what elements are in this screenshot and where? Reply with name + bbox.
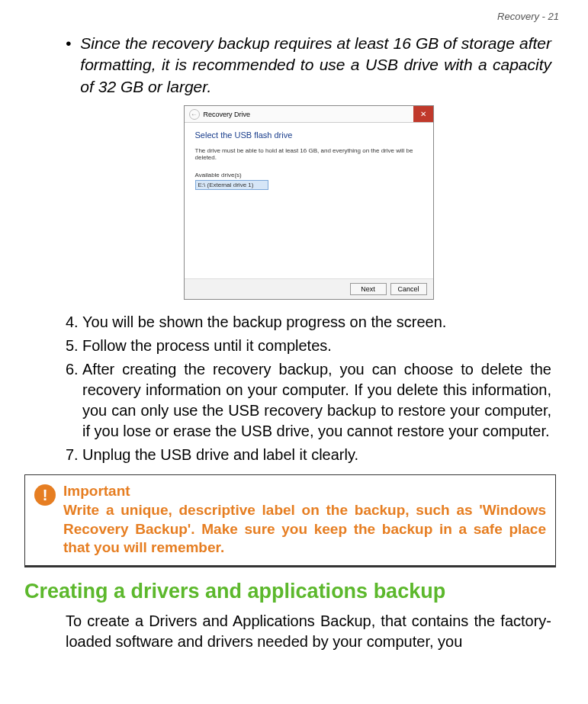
dialog-titlebar: ← Recovery Drive ✕ [185, 106, 433, 123]
step-number: 7. [66, 445, 82, 465]
important-icon: ! [34, 484, 56, 506]
step-number: 5. [66, 336, 82, 356]
back-icon[interactable]: ← [189, 109, 200, 120]
section-heading: Creating a drivers and applications back… [24, 580, 588, 603]
bullet-text: Since the recovery backup requires at le… [80, 33, 551, 98]
step-text: You will be shown the backup progress on… [82, 312, 551, 333]
important-text: Write a unique, descriptive label on the… [63, 501, 546, 558]
step-5: 5. Follow the process until it completes… [66, 336, 551, 356]
dialog-heading: Select the USB flash drive [195, 130, 423, 140]
dialog-button-bar: Next Cancel [185, 278, 433, 299]
cancel-button[interactable]: Cancel [390, 283, 427, 295]
important-title: Important [63, 483, 546, 500]
step-6: 6. After creating the recovery backup, y… [66, 359, 551, 442]
step-7: 7. Unplug the USB drive and label it cle… [66, 445, 551, 465]
step-4: 4. You will be shown the backup progress… [66, 312, 551, 333]
section-paragraph: To create a Drivers and Applications Bac… [66, 611, 551, 652]
page-header: Recovery - 21 [0, 0, 588, 22]
step-number: 4. [66, 312, 82, 333]
next-button[interactable]: Next [350, 283, 387, 295]
available-drives-label: Available drive(s) [195, 172, 423, 178]
dialog-title: Recovery Drive [204, 111, 251, 118]
step-text: After creating the recovery backup, you … [82, 359, 551, 442]
close-button[interactable]: ✕ [413, 106, 433, 122]
dialog-subtext: The drive must be able to hold at least … [195, 147, 423, 161]
recovery-drive-dialog: ← Recovery Drive ✕ Select the USB flash … [184, 105, 434, 300]
important-callout: ! Important Write a unique, descriptive … [24, 474, 556, 567]
bullet-note: • Since the recovery backup requires at … [66, 33, 551, 98]
step-text: Unplug the USB drive and label it clearl… [82, 445, 551, 465]
step-text: Follow the process until it completes. [82, 336, 551, 356]
bullet-marker: • [66, 33, 71, 98]
step-number: 6. [66, 359, 82, 442]
drive-select[interactable]: E:\ (External drive 1) [195, 180, 268, 190]
